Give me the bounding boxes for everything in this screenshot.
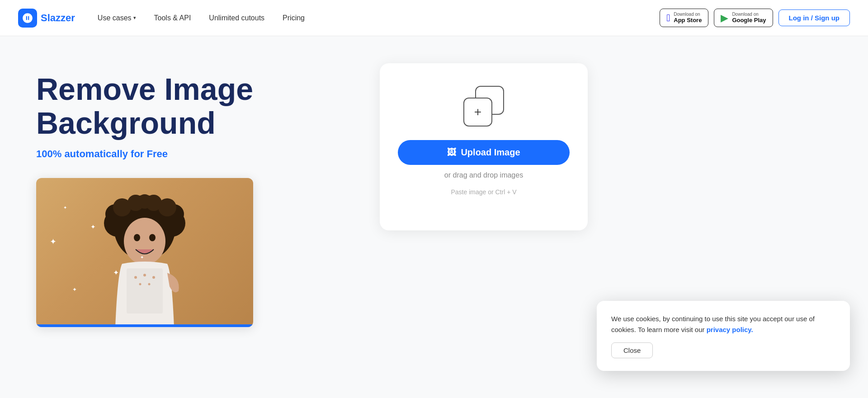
upload-image-button[interactable]: 🖼 Upload Image xyxy=(398,140,570,165)
svg-point-14 xyxy=(134,276,137,279)
upload-panel: + 🖼 Upload Image or drag and drop images… xyxy=(380,63,588,230)
apple-icon:  xyxy=(666,12,670,24)
brand-name: Slazzer xyxy=(41,12,75,24)
hero-person-svg xyxy=(90,183,199,327)
plus-icon: + xyxy=(474,106,481,118)
login-button[interactable]: Log in / Sign up xyxy=(778,9,850,26)
sparkle-5: ✦ xyxy=(72,286,77,293)
sparkle-4: ✦ xyxy=(113,268,119,277)
nav-right:  Download on App Store ▶ Download on Go… xyxy=(660,9,850,27)
upload-icon-front: + xyxy=(463,98,492,126)
sparkle-6: ✦ xyxy=(140,255,144,260)
nav-tools-api[interactable]: Tools & API xyxy=(154,14,191,22)
hero-title: Remove Image Background xyxy=(36,72,353,140)
hero-right: + 🖼 Upload Image or drag and drop images… xyxy=(380,63,588,230)
svg-point-10 xyxy=(124,218,165,265)
nav-links: Use cases ▾ Tools & API Unlimited cutout… xyxy=(98,14,660,22)
svg-point-17 xyxy=(139,283,142,285)
nav-unlimited-cutouts[interactable]: Unlimited cutouts xyxy=(209,14,264,22)
hero-image-container: ✦ ✦ ✦ ✦ ✦ ✦ xyxy=(36,178,253,327)
svg-point-12 xyxy=(149,234,156,241)
hero-subtitle: 100% automatically for Free xyxy=(36,148,353,160)
google-play-texts: Download on Google Play xyxy=(732,12,766,24)
upload-icon-group: + xyxy=(463,86,504,126)
chevron-down-icon: ▾ xyxy=(133,15,136,21)
sparkle-1: ✦ xyxy=(90,223,96,230)
app-store-button[interactable]:  Download on App Store xyxy=(660,9,708,27)
logo-svg xyxy=(22,12,33,24)
sparkle-3: ✦ xyxy=(50,237,57,247)
cookie-close-button[interactable]: Close xyxy=(611,342,653,358)
nav-pricing[interactable]: Pricing xyxy=(283,14,305,22)
drag-drop-text: or drag and drop images xyxy=(444,171,523,179)
svg-point-18 xyxy=(148,283,151,285)
paste-text: Paste image or Ctrl + V xyxy=(451,188,516,196)
svg-point-11 xyxy=(134,234,140,241)
logo-link[interactable]: Slazzer xyxy=(18,9,75,28)
cookie-banner: We use cookies, by continuing to use thi… xyxy=(597,301,850,371)
svg-point-16 xyxy=(152,276,155,279)
cookie-text: We use cookies, by continuing to use thi… xyxy=(611,314,835,335)
image-upload-icon: 🖼 xyxy=(447,147,456,158)
hero-left: Remove Image Background 100% automatical… xyxy=(36,63,353,327)
nav-use-cases[interactable]: Use cases ▾ xyxy=(98,14,136,22)
svg-point-9 xyxy=(137,194,152,209)
hero-image-bottom-bar xyxy=(36,324,253,327)
svg-point-15 xyxy=(143,274,146,276)
logo-icon xyxy=(18,9,37,28)
sparkle-2: ✦ xyxy=(63,205,67,210)
app-store-texts: Download on App Store xyxy=(674,12,702,24)
google-play-button[interactable]: ▶ Download on Google Play xyxy=(714,9,773,27)
google-play-icon: ▶ xyxy=(721,12,728,24)
hero-image-background: ✦ ✦ ✦ ✦ ✦ ✦ xyxy=(36,178,253,327)
navbar: Slazzer Use cases ▾ Tools & API Unlimite… xyxy=(0,0,868,36)
privacy-policy-link[interactable]: privacy policy. xyxy=(707,326,753,333)
